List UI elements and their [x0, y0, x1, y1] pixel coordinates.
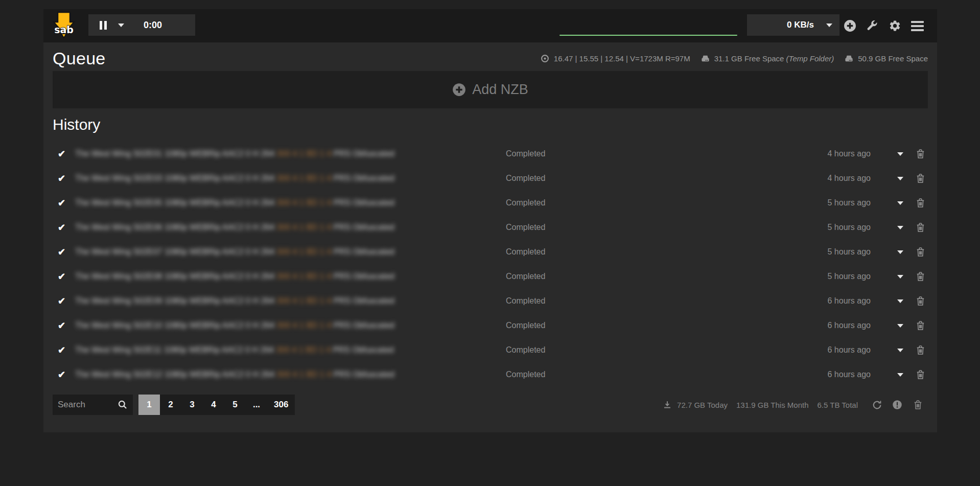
time-ago-label: 5 hours ago [809, 198, 871, 207]
completed-check-icon: ✔ [58, 320, 71, 331]
settings-gear-button[interactable] [883, 9, 906, 42]
row-delete-button[interactable] [914, 369, 927, 380]
pause-controls: 0:00 [88, 14, 195, 36]
download-name[interactable]: The West Wing S02E05 1080p WEBRip AAC2 0… [75, 198, 506, 207]
queue-size-stats: 16.47 | 15.55 | 12.54 | V=1723M R=97M [554, 54, 690, 63]
gear-icon [889, 19, 901, 32]
row-delete-button[interactable] [914, 222, 927, 233]
completed-check-icon: ✔ [58, 173, 71, 184]
all-time-total: 6.5 TB Total [818, 401, 858, 409]
trash-icon [916, 247, 925, 258]
download-name[interactable]: The West Wing S02E01 1080p WEBRip AAC2 0… [75, 149, 506, 158]
trash-icon [916, 149, 925, 159]
row-delete-button[interactable] [914, 198, 927, 209]
row-delete-button[interactable] [914, 173, 927, 184]
chevron-down-icon [897, 373, 903, 377]
queue-stats: 16.47 | 15.55 | 12.54 | V=1723M R=97M 31… [534, 54, 928, 63]
pause-icon[interactable] [100, 21, 107, 30]
row-actions-dropdown[interactable] [894, 201, 906, 205]
status-wrench-button[interactable] [861, 9, 883, 42]
history-row: ✔ The West Wing S02E10 1080p WEBRip AAC2… [53, 313, 928, 338]
row-actions-dropdown[interactable] [894, 275, 906, 279]
search-icon[interactable] [118, 400, 128, 410]
download-name[interactable]: The West Wing S02E06 1080p WEBRip AAC2 0… [75, 223, 506, 232]
row-actions-dropdown[interactable] [894, 226, 906, 229]
row-delete-button[interactable] [914, 296, 927, 307]
download-name[interactable]: The West Wing S02E09 1080p WEBRip AAC2 0… [75, 296, 506, 306]
queue-timer[interactable]: 0:00 [144, 20, 162, 31]
pagination: 1 2 3 4 5 ... 306 [138, 395, 295, 415]
page-button[interactable]: 4 [203, 395, 224, 415]
download-name[interactable]: The West Wing S02E07 1080p WEBRip AAC2 0… [75, 247, 506, 257]
speed-value: 0 KB/s [787, 20, 814, 30]
refresh-button[interactable] [867, 400, 887, 410]
history-row: ✔ The West Wing S02E07 1080p WEBRip AAC2… [53, 240, 928, 264]
row-delete-button[interactable] [914, 247, 927, 258]
time-ago-label: 6 hours ago [809, 370, 871, 379]
chevron-down-icon [897, 324, 903, 328]
hamburger-icon [911, 19, 924, 33]
row-actions-dropdown[interactable] [894, 250, 906, 254]
search-input[interactable] [58, 400, 118, 410]
completed-check-icon: ✔ [58, 295, 71, 307]
row-delete-button[interactable] [914, 320, 927, 331]
add-nzb-plus-button[interactable] [838, 9, 861, 42]
row-actions-dropdown[interactable] [894, 177, 906, 180]
page-button[interactable]: 1 [138, 395, 160, 415]
completed-check-icon: ✔ [58, 369, 71, 380]
speed-graph-line [559, 35, 737, 36]
row-delete-button[interactable] [914, 345, 927, 356]
row-actions-dropdown[interactable] [894, 152, 906, 156]
download-name[interactable]: The West Wing S02E03 1080p WEBRip AAC2 0… [75, 174, 506, 183]
status-label: Completed [506, 370, 809, 379]
temp-folder-note: (Temp Folder) [786, 54, 834, 63]
page-button[interactable]: 2 [160, 395, 181, 415]
refresh-icon [872, 400, 882, 410]
pause-dropdown-caret-icon[interactable] [118, 24, 124, 27]
purge-history-button[interactable] [907, 400, 928, 410]
chevron-down-icon [897, 226, 903, 229]
trash-icon [916, 369, 925, 380]
history-title: History [53, 116, 928, 133]
speed-limit-button[interactable]: 0 KB/s [747, 14, 839, 36]
row-delete-button[interactable] [914, 149, 927, 159]
row-actions-dropdown[interactable] [894, 349, 906, 352]
status-label: Completed [506, 272, 809, 281]
time-ago-label: 6 hours ago [809, 296, 871, 306]
svg-text:sab: sab [54, 24, 74, 35]
speed-dropdown-caret-icon [826, 24, 832, 27]
download-name[interactable]: The West Wing S02E12 1080p WEBRip AAC2 0… [75, 370, 506, 379]
page-button[interactable]: 3 [181, 395, 203, 415]
time-ago-label: 5 hours ago [809, 223, 871, 232]
status-label: Completed [506, 296, 809, 306]
row-actions-dropdown[interactable] [894, 299, 906, 303]
add-nzb-dropzone[interactable]: Add NZB [53, 71, 928, 108]
download-name[interactable]: The West Wing S02E08 1080p WEBRip AAC2 0… [75, 272, 506, 281]
sabnzbd-logo[interactable]: sab [51, 11, 77, 40]
status-label: Completed [506, 198, 809, 207]
completed-check-icon: ✔ [58, 148, 71, 159]
page-button[interactable]: 5 [224, 395, 246, 415]
page-button[interactable]: 306 [267, 395, 295, 415]
add-nzb-label: Add NZB [472, 82, 528, 98]
chevron-down-icon [897, 201, 903, 205]
completed-check-icon: ✔ [58, 344, 71, 356]
chevron-down-icon [897, 177, 903, 180]
completed-check-icon: ✔ [58, 197, 71, 209]
download-name[interactable]: The West Wing S02E11 1080p WEBRip AAC2 0… [75, 345, 506, 355]
main-content: Queue 16.47 | 15.55 | 12.54 | V=1723M R=… [43, 42, 937, 432]
download-name[interactable]: The West Wing S02E10 1080p WEBRip AAC2 0… [75, 321, 506, 330]
status-label: Completed [506, 321, 809, 330]
trash-icon [916, 320, 925, 331]
time-ago-label: 4 hours ago [809, 174, 871, 183]
page-button[interactable]: ... [246, 395, 267, 415]
row-actions-dropdown[interactable] [894, 373, 906, 377]
history-details-button[interactable] [887, 400, 907, 410]
row-delete-button[interactable] [914, 271, 927, 282]
hamburger-menu-button[interactable] [906, 9, 928, 42]
history-row: ✔ The West Wing S02E06 1080p WEBRip AAC2… [53, 215, 928, 240]
chevron-down-icon [897, 349, 903, 352]
history-footer-bar: 1 2 3 4 5 ... 306 72.7 GB Today [53, 395, 928, 415]
row-actions-dropdown[interactable] [894, 324, 906, 328]
time-ago-label: 6 hours ago [809, 345, 871, 355]
